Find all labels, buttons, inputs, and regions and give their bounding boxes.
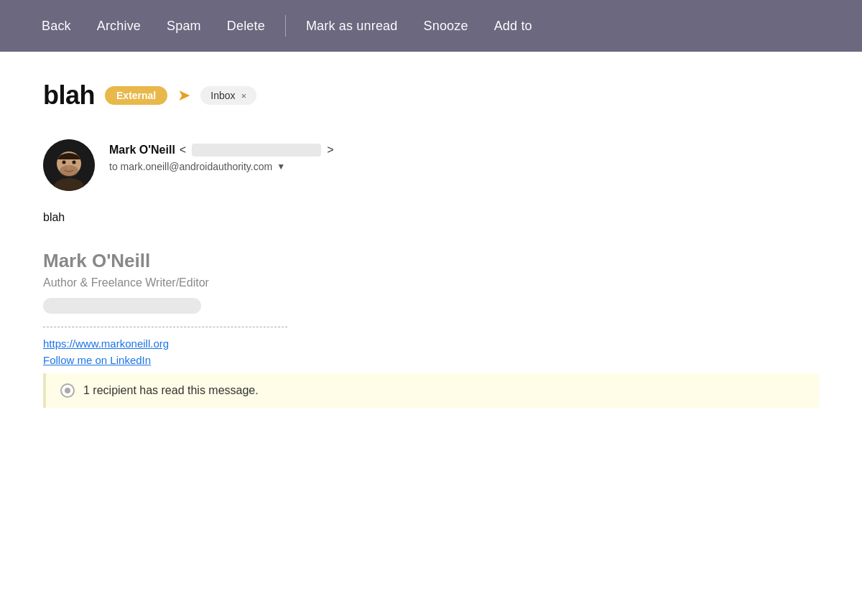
back-button[interactable]: Back (29, 13, 84, 39)
email-content: blah External ➤ Inbox × (0, 52, 862, 616)
to-row: to mark.oneill@androidauthority.com ▼ (109, 161, 334, 172)
sig-divider (43, 327, 287, 327)
external-tag[interactable]: External (105, 86, 167, 105)
sender-bracket-close: > (327, 144, 333, 157)
add-to-button[interactable]: Add to (481, 13, 545, 39)
forward-arrow-icon: ➤ (177, 86, 190, 105)
subject-row: blah External ➤ Inbox × (43, 80, 819, 111)
snooze-button[interactable]: Snooze (411, 13, 481, 39)
sig-website-link[interactable]: https://www.markoneill.org (43, 337, 819, 350)
email-subject: blah (43, 80, 95, 111)
sig-title: Author & Freelance Writer/Editor (43, 276, 819, 289)
receipt-icon (60, 383, 75, 398)
sender-name: Mark O'Neill (109, 144, 175, 157)
svg-point-4 (62, 161, 66, 164)
sig-linkedin-link[interactable]: Follow me on LinkedIn (43, 354, 819, 366)
sender-row: Mark O'Neill < > to mark.oneill@androida… (43, 139, 819, 191)
inbox-close-icon[interactable]: × (241, 90, 247, 101)
avatar (43, 139, 95, 191)
inbox-tag[interactable]: Inbox × (200, 86, 256, 105)
email-body: blah (43, 211, 819, 224)
inbox-label: Inbox (210, 90, 235, 101)
chevron-down-icon[interactable]: ▼ (277, 162, 285, 172)
email-signature: Mark O'Neill Author & Freelance Writer/E… (43, 250, 819, 366)
archive-button[interactable]: Archive (84, 13, 154, 39)
sender-name-row: Mark O'Neill < > (109, 144, 334, 157)
receipt-dot (65, 388, 70, 393)
sig-name: Mark O'Neill (43, 250, 819, 272)
toolbar: Back Archive Spam Delete Mark as unread … (0, 0, 862, 52)
sender-email-redacted (192, 144, 321, 157)
svg-point-5 (73, 161, 76, 164)
spam-button[interactable]: Spam (154, 13, 214, 39)
sender-info: Mark O'Neill < > to mark.oneill@androida… (109, 139, 334, 172)
svg-point-6 (68, 164, 70, 169)
to-address: to mark.oneill@androidauthority.com (109, 161, 272, 172)
delete-button[interactable]: Delete (214, 13, 278, 39)
sender-bracket-open: < (180, 144, 186, 157)
read-receipt-banner: 1 recipient has read this message. (43, 373, 819, 408)
toolbar-divider (285, 15, 286, 37)
receipt-text: 1 recipient has read this message. (83, 384, 259, 397)
sig-contact-redacted (43, 298, 201, 314)
mark-unread-button[interactable]: Mark as unread (293, 13, 411, 39)
